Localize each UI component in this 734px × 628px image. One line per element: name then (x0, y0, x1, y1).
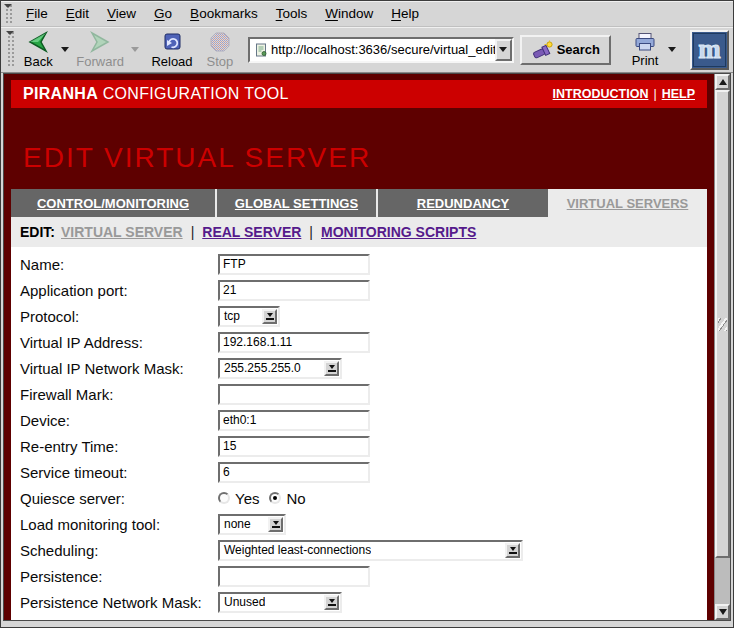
field-control: Unused (218, 592, 342, 613)
re-entry-time-input[interactable] (218, 436, 370, 457)
forward-button[interactable]: Forward (71, 30, 129, 70)
stop-button[interactable]: Stop (200, 30, 240, 70)
header-link-separator: | (653, 87, 656, 101)
reload-button[interactable]: Reload (148, 30, 196, 70)
tab-label: GLOBAL SETTINGS (235, 196, 358, 211)
url-history-dropdown[interactable] (495, 39, 512, 61)
dropdown-arrow-icon[interactable] (268, 517, 283, 532)
chevron-down-icon (61, 47, 69, 52)
field-label: Persistence Network Mask: (20, 594, 218, 611)
help-link[interactable]: HELP (662, 87, 695, 101)
form-row-service-timeout: Service timeout: (20, 459, 707, 485)
menu-go[interactable]: Go (145, 3, 181, 24)
selected-value: Unused (220, 595, 265, 609)
field-label: Virtual IP Network Mask: (20, 360, 218, 377)
field-control: 255.255.255.0 (218, 358, 342, 379)
tab-virtual-servers[interactable]: VIRTUAL SERVERS (548, 189, 707, 217)
field-label: Load monitoring tool: (20, 516, 218, 533)
tab-redundancy[interactable]: REDUNDANCY (378, 189, 548, 217)
back-history-dropdown[interactable] (58, 33, 71, 67)
persistence-input[interactable] (218, 566, 370, 587)
field-control (218, 280, 370, 301)
forward-history-dropdown[interactable] (129, 33, 142, 67)
field-control (218, 410, 370, 431)
dropdown-arrow-icon[interactable] (262, 309, 277, 324)
device-input[interactable] (218, 410, 370, 431)
tab-global-settings[interactable]: GLOBAL SETTINGS (217, 189, 378, 217)
search-button[interactable]: Search (520, 35, 611, 65)
persistence-network-mask-select[interactable]: Unused (218, 592, 342, 613)
dropdown-arrow-icon[interactable] (324, 595, 339, 610)
field-label: Persistence: (20, 568, 218, 585)
mozilla-logo-button[interactable]: m (690, 30, 729, 70)
application-port-input[interactable] (218, 280, 370, 301)
quiesce-server-radio-yes[interactable]: Yes (218, 490, 259, 507)
field-control (218, 462, 370, 483)
header-links: INTRODUCTION | HELP (553, 87, 695, 101)
dropdown-arrow-icon[interactable] (324, 361, 339, 376)
toolbar-grippy[interactable] (6, 31, 14, 68)
print-button[interactable]: Print (625, 31, 665, 69)
viewport-frame: PIRANHA CONFIGURATION TOOL INTRODUCTION … (3, 73, 731, 621)
scrollbar-thumb[interactable] (715, 90, 730, 558)
field-label: Service timeout: (20, 464, 218, 481)
load-monitoring-tool-select[interactable]: none (218, 514, 286, 535)
virtual-ip-address-input[interactable] (218, 332, 370, 353)
form-row-firewall-mark: Firewall Mark: (20, 381, 707, 407)
radio-label: Yes (235, 490, 259, 507)
field-label: Protocol: (20, 308, 218, 325)
scrollbar-track[interactable] (715, 558, 730, 604)
brand-title: PIRANHA CONFIGURATION TOOL (23, 85, 289, 103)
vertical-scrollbar[interactable] (714, 74, 730, 620)
menu-file[interactable]: File (17, 3, 57, 24)
url-input[interactable] (271, 42, 495, 57)
menu-bar-grippy[interactable] (4, 4, 13, 23)
print-label: Print (632, 53, 659, 68)
field-control (218, 332, 370, 353)
back-group: Back (18, 30, 71, 70)
radio-button-icon (269, 492, 281, 504)
chevron-down-icon (668, 47, 676, 52)
forward-arrow-icon (88, 31, 112, 53)
introduction-link[interactable]: INTRODUCTION (553, 87, 649, 101)
dropdown-arrow-icon[interactable] (505, 543, 520, 558)
brand-name: PIRANHA (23, 85, 98, 102)
selected-value: tcp (220, 309, 240, 323)
scheduling-select[interactable]: Weighted least-connections (218, 540, 523, 561)
menu-help[interactable]: Help (382, 3, 428, 24)
selected-value: Weighted least-connections (220, 543, 371, 557)
menu-window[interactable]: Window (316, 3, 382, 24)
tab-control-monitoring[interactable]: CONTROL/MONITORING (11, 189, 217, 217)
forward-label: Forward (76, 54, 124, 69)
subnav-prefix: EDIT: (20, 224, 55, 240)
subnav-link-real-server[interactable]: REAL SERVER (202, 224, 301, 240)
menu-bookmarks[interactable]: Bookmarks (181, 3, 267, 24)
name-input[interactable] (218, 254, 370, 275)
quiesce-server-radio-no[interactable]: No (269, 490, 305, 507)
search-label: Search (557, 42, 600, 57)
thumb-grip-icon (718, 318, 727, 331)
field-label: Quiesce server: (20, 490, 218, 507)
menu-tools[interactable]: Tools (267, 3, 317, 24)
chevron-down-icon (499, 47, 507, 52)
menu-view[interactable]: View (98, 3, 145, 24)
scroll-down-button[interactable] (715, 604, 730, 620)
service-timeout-input[interactable] (218, 462, 370, 483)
brand-bar: PIRANHA CONFIGURATION TOOL INTRODUCTION … (11, 80, 707, 108)
subnav-link-monitoring-scripts[interactable]: MONITORING SCRIPTS (321, 224, 476, 240)
field-label: Re-entry Time: (20, 438, 218, 455)
scroll-up-button[interactable] (715, 74, 730, 90)
arrow-up-icon (719, 79, 727, 85)
protocol-select[interactable]: tcp (218, 306, 280, 327)
print-dropdown[interactable] (665, 33, 678, 67)
form-row-persistence-network-mask: Persistence Network Mask:Unused (20, 589, 707, 615)
firewall-mark-input[interactable] (218, 384, 370, 405)
forward-group: Forward (71, 30, 142, 70)
navigation-toolbar: Back Forward Reload (1, 27, 733, 73)
back-button[interactable]: Back (18, 30, 58, 70)
virtual-ip-network-mask-select[interactable]: 255.255.255.0 (218, 358, 342, 379)
subnav-separator: | (191, 224, 195, 240)
page-content: PIRANHA CONFIGURATION TOOL INTRODUCTION … (11, 74, 707, 620)
menu-edit[interactable]: Edit (57, 3, 98, 24)
back-arrow-icon (26, 31, 50, 53)
